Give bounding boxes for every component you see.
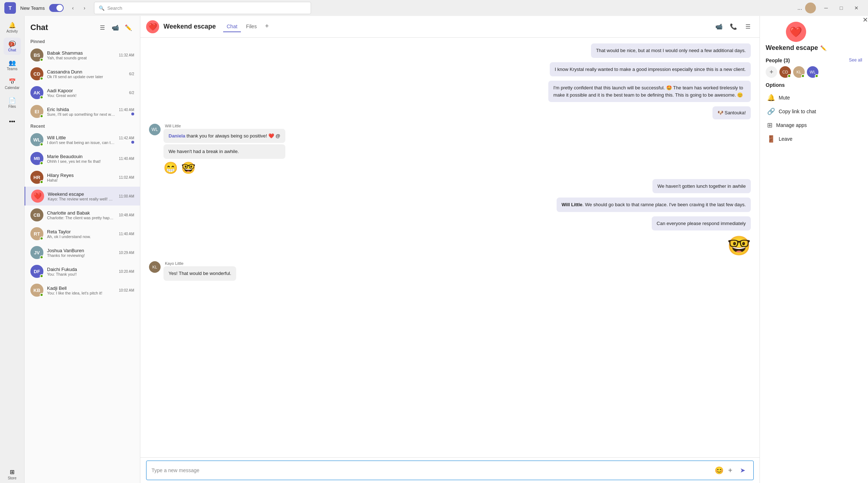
more-options-btn[interactable]: ... — [797, 5, 802, 11]
list-item[interactable]: AK Aadi Kapoor You: Great work! 6/2 — [25, 83, 140, 102]
list-item[interactable]: BS Babak Shammas Yah, that sounds great … — [25, 46, 140, 64]
tab-files[interactable]: Files — [242, 21, 260, 32]
message-bubble: Can everyone please respond immediately — [652, 216, 751, 231]
chat-info: Joshua VanBuren Thanks for reviewing! — [47, 248, 115, 258]
list-item[interactable]: HR Hilary Reyes Haha! 11:02 AM — [25, 168, 140, 187]
list-item[interactable]: CD Cassandra Dunn Ok I'll send an update… — [25, 64, 140, 83]
chat-meta: 10:20 AM — [119, 270, 134, 274]
chat-meta: 6/2 — [129, 72, 134, 76]
list-item[interactable]: EI Eric Ishida Sure, I'll set up somethi… — [25, 102, 140, 121]
nav-forward[interactable]: › — [80, 3, 90, 13]
presence-indicator — [40, 180, 43, 184]
contact-name: Marie Beaudouin — [47, 154, 115, 159]
sidebar-item-more[interactable]: ••• — [4, 113, 21, 130]
close-panel-btn[interactable]: ✕ — [863, 16, 868, 24]
chat-preview: Ok I'll send an update over later — [47, 75, 125, 79]
search-bar[interactable]: 🔍 Search — [94, 2, 311, 14]
add-tab-btn[interactable]: + — [262, 21, 272, 31]
edit-group-name-btn[interactable]: ✏️ — [820, 45, 826, 51]
title-bar: T New Teams ‹ › 🔍 Search ... ─ □ ✕ — [0, 0, 868, 16]
chat-icon: 💬 2 — [9, 41, 16, 47]
video-call-header-btn[interactable]: 📹 — [713, 21, 725, 33]
add-person-btn[interactable]: + — [766, 66, 777, 78]
list-item[interactable]: RT Reta Taylor Ah, ok I understand now. … — [25, 224, 140, 243]
chat-preview: Sure, I'll set up something for next wee… — [47, 112, 115, 116]
chat-preview: Charlotte: The client was pretty happy w… — [47, 216, 115, 220]
contact-name: Babak Shammas — [47, 50, 115, 56]
list-item[interactable]: KB Kadji Bell You: I like the idea, let'… — [25, 281, 140, 300]
chat-preview: You: I like the idea, let's pitch it! — [47, 291, 115, 295]
files-label: Files — [8, 105, 16, 109]
kayo-avatar: KL — [149, 261, 161, 273]
chat-time: 6/2 — [129, 72, 134, 76]
video-call-btn[interactable]: 📹 — [110, 22, 121, 33]
option-leave[interactable]: 🚪 Leave — [766, 132, 862, 146]
contact-name: Weekend escape — [48, 191, 115, 197]
message-content: We haven't gotten lunch together in awhi… — [652, 179, 751, 194]
message-input-placeholder[interactable]: Type a new message — [152, 467, 710, 473]
chat-badge: 2 — [9, 42, 14, 46]
list-item[interactable]: MB Marie Beaudouin Ohhh I see, yes let m… — [25, 149, 140, 168]
store-label: Store — [8, 476, 17, 480]
message-content: Can everyone please respond immediately — [652, 216, 751, 231]
chat-preview: You: Great work! — [47, 93, 125, 98]
maximize-btn[interactable]: □ — [834, 3, 848, 13]
option-leave-label: Leave — [779, 136, 792, 142]
panel-group-avatar[interactable]: ❤️ — [786, 22, 806, 42]
add-attachment-btn[interactable]: + — [727, 465, 734, 476]
sidebar-toggle-btn[interactable]: ☰ — [742, 21, 754, 33]
chat-info: Will Little I don't see that being an is… — [47, 135, 115, 145]
sidebar-item-activity[interactable]: 🔔 Activity — [4, 19, 21, 36]
message-input-box: Type a new message 😊 + ➤ — [146, 461, 754, 480]
nav-back[interactable]: ‹ — [68, 3, 78, 13]
new-teams-toggle[interactable] — [49, 4, 64, 12]
person-avatar-1: CD — [779, 66, 791, 78]
people-list: + CD KL WL — [766, 66, 862, 78]
chat-time: 11:00 AM — [119, 194, 134, 198]
sidebar-item-chat[interactable]: 💬 2 Chat — [4, 38, 21, 55]
list-item[interactable]: WL Will Little I don't see that being an… — [25, 130, 140, 149]
chat-preview: Yah, that sounds great — [47, 56, 115, 60]
list-item-weekend-escape[interactable]: ❤️ Weekend escape Kayo: The review went … — [25, 187, 140, 206]
avatar: DF — [30, 265, 43, 278]
minimize-btn[interactable]: ─ — [819, 3, 833, 13]
tab-chat[interactable]: Chat — [223, 21, 241, 32]
message-row: KL Kayo Little Yes! That would be wonder… — [149, 261, 751, 281]
contact-name: Aadi Kapoor — [47, 88, 125, 93]
avatar: HR — [30, 171, 43, 184]
message-block: Will Little Daniela thank you for always… — [163, 124, 285, 175]
send-btn[interactable]: ➤ — [737, 465, 748, 476]
presence-indicator — [40, 237, 43, 240]
message-bubble: We haven't gotten lunch together in awhi… — [652, 179, 751, 194]
user-avatar[interactable] — [805, 3, 816, 13]
chat-time: 10:48 AM — [119, 213, 134, 217]
teams-label: Teams — [7, 67, 17, 71]
list-item[interactable]: JV Joshua VanBuren Thanks for reviewing!… — [25, 243, 140, 262]
see-all-btn[interactable]: See all — [849, 58, 862, 63]
emoji-btn[interactable]: 😊 — [713, 465, 725, 476]
chat-label: Chat — [8, 48, 16, 52]
list-item[interactable]: DF Daichi Fukuda You: Thank you!! 10:20 … — [25, 262, 140, 281]
option-copy-link[interactable]: 🔗 Copy link to chat — [766, 105, 862, 118]
list-item[interactable]: CB Charlotte and Babak Charlotte: The cl… — [25, 206, 140, 224]
compose-btn[interactable]: ✏️ — [123, 22, 134, 33]
sidebar-item-calendar[interactable]: 📅 Calendar — [4, 75, 21, 93]
filter-btn[interactable]: ☰ — [97, 22, 108, 33]
sidebar-item-teams[interactable]: 👥 Teams — [4, 56, 21, 74]
person-avatar-3: WL — [807, 66, 818, 78]
avatar: WL — [30, 133, 43, 146]
audio-call-btn[interactable]: 📞 — [728, 21, 739, 33]
chat-preview: Ohhh I see, yes let me fix that! — [47, 159, 115, 164]
sidebar-item-files[interactable]: 📄 Files — [4, 94, 21, 111]
option-manage-apps[interactable]: ⊞ Manage apps — [766, 118, 862, 132]
contact-name: Reta Taylor — [47, 229, 115, 234]
sidebar-item-store[interactable]: ⊞ Store — [4, 466, 21, 483]
panel-header: ❤️ Weekend escape ✏️ — [766, 22, 862, 52]
app-icon: T — [4, 2, 16, 14]
close-btn[interactable]: ✕ — [849, 3, 864, 13]
message-content: We haven't had a break in awhile. — [163, 144, 285, 159]
chat-meta: 11:40 AM — [119, 108, 134, 115]
chat-time: 10:20 AM — [119, 270, 134, 274]
option-mute[interactable]: 🔔 Mute — [766, 91, 862, 105]
presence-indicator — [40, 274, 43, 278]
